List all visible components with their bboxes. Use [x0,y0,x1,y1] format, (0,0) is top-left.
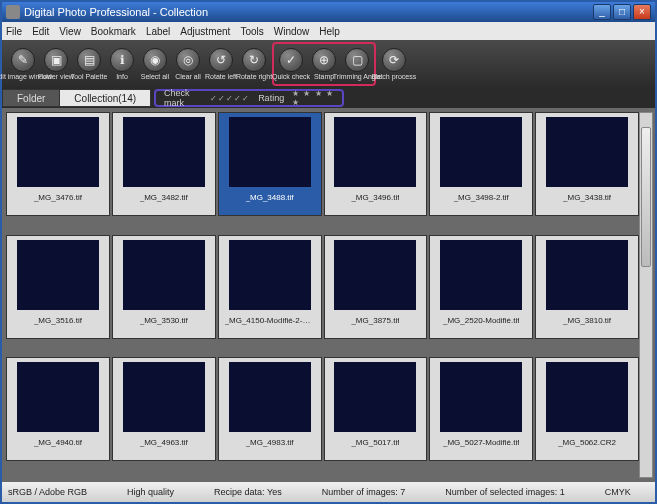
toolbar: ✎Edit image window▣Folder view▤Tool Pale… [2,40,655,88]
thumbnail-item[interactable]: _MG_2520-Modifié.tif [429,235,533,339]
close-button[interactable]: × [633,4,651,20]
thumbnail-filename: _MG_4940.tif [34,438,82,447]
thumbnail-filename: _MG_3498-2.tif [454,193,509,202]
thumbnail-filename: _MG_3810.tif [563,316,611,325]
toolbar-label: Tool Palette [71,73,108,80]
thumbnail-image [17,117,99,187]
thumbnail-item[interactable]: _MG_3476.tif [6,112,110,216]
menu-label[interactable]: Label [146,26,170,37]
thumbnail-item[interactable]: _MG_3438.tif [535,112,639,216]
menu-edit[interactable]: Edit [32,26,49,37]
menu-help[interactable]: Help [319,26,340,37]
status-image-count: Number of images: 7 [322,487,406,497]
rotate-right-button[interactable]: ↻Rotate right [239,46,269,82]
thumbnail-filename: _MG_3496.tif [351,193,399,202]
thumbnail-item[interactable]: _MG_3516.tif [6,235,110,339]
thumbnail-filename: _MG_4963.tif [140,438,188,447]
thumbnail-item[interactable]: _MG_5027-Modifié.tif [429,357,533,461]
thumbnail-item[interactable]: _MG_3810.tif [535,235,639,339]
clear-all-button[interactable]: ◎Clear all [173,46,203,82]
thumbnail-item[interactable]: _MG_3496.tif [324,112,428,216]
status-selected-count: Number of selected images: 1 [445,487,565,497]
tab-folder[interactable]: Folder [2,89,60,107]
toolbar-label: Stamp [314,73,334,80]
maximize-button[interactable]: □ [613,4,631,20]
menu-bookmark[interactable]: Bookmark [91,26,136,37]
toolbar-label: Select all [141,73,169,80]
thumbnail-image [440,240,522,310]
thumbnail-image [440,117,522,187]
batch-process-button[interactable]: ⟳Batch process [379,46,409,82]
thumbnail-item[interactable]: _MG_3488.tif [218,112,322,216]
menu-window[interactable]: Window [274,26,310,37]
thumbnail-image [123,240,205,310]
thumbnail-item[interactable]: _MG_5062.CR2 [535,357,639,461]
menu-tools[interactable]: Tools [240,26,263,37]
thumbnail-item[interactable]: _MG_4983.tif [218,357,322,461]
toolbar-label: Rotate left [205,73,237,80]
thumbnail-image [334,362,416,432]
thumbnail-image [229,117,311,187]
thumbnail-image [123,117,205,187]
thumbnail-image [123,362,205,432]
thumbnail-filename: _MG_3530.tif [140,316,188,325]
thumbnail-image [546,240,628,310]
thumbnail-filename: _MG_4150-Modifié-2-M... [225,316,315,325]
rating-filter-bar: Check mark ✓✓✓✓✓ Rating ★ ★ ★ ★ ★ [154,89,344,107]
stamp-icon: ⊕ [312,48,336,72]
highlighted-tool-group: ✓Quick check⊕Stamp▢Trimming Angle [272,42,376,86]
app-icon [6,5,20,19]
tool-palette-button[interactable]: ▤Tool Palette [74,46,104,82]
trimming-angle-button[interactable]: ▢Trimming Angle [342,46,372,82]
rating-stars[interactable]: ★ ★ ★ ★ ★ [292,89,334,107]
tab-collection[interactable]: Collection(14) [59,89,151,107]
quick-check-icon: ✓ [279,48,303,72]
tab-rating-bar: Folder Collection(14) Check mark ✓✓✓✓✓ R… [2,88,655,108]
thumbnail-image [334,240,416,310]
status-quality: High quality [127,487,174,497]
toolbar-label: Info [116,73,128,80]
menu-file[interactable]: File [6,26,22,37]
status-cmyk: CMYK [605,487,631,497]
rotate-left-icon: ↺ [209,48,233,72]
toolbar-label: Rotate right [236,73,272,80]
thumbnail-pane: _MG_3476.tif_MG_3482.tif_MG_3488.tif_MG_… [2,108,655,482]
trimming-angle-icon: ▢ [345,48,369,72]
toolbar-label: Folder view [38,73,74,80]
thumbnail-item[interactable]: _MG_4150-Modifié-2-M... [218,235,322,339]
thumbnail-item[interactable]: _MG_3482.tif [112,112,216,216]
folder-view-button[interactable]: ▣Folder view [41,46,71,82]
thumbnail-item[interactable]: _MG_3875.tif [324,235,428,339]
tool-palette-icon: ▤ [77,48,101,72]
edit-image-window-button[interactable]: ✎Edit image window [8,46,38,82]
clear-all-icon: ◎ [176,48,200,72]
batch-process-icon: ⟳ [382,48,406,72]
menu-view[interactable]: View [59,26,81,37]
scrollbar-handle[interactable] [641,127,651,267]
thumbnail-item[interactable]: _MG_4940.tif [6,357,110,461]
thumbnail-image [229,362,311,432]
toolbar-label: Quick check [272,73,310,80]
checkmark-icons[interactable]: ✓✓✓✓✓ [210,94,250,103]
thumbnail-item[interactable]: _MG_5017.tif [324,357,428,461]
thumbnail-image [546,117,628,187]
status-recipe: Recipe data: Yes [214,487,282,497]
thumbnail-filename: _MG_3482.tif [140,193,188,202]
menu-adjustment[interactable]: Adjustment [180,26,230,37]
thumbnail-filename: _MG_3476.tif [34,193,82,202]
toolbar-label: Batch process [372,73,416,80]
thumbnail-image [546,362,628,432]
app-window: Digital Photo Professional - Collection … [0,0,657,504]
quick-check-button[interactable]: ✓Quick check [276,46,306,82]
statusbar: sRGB / Adobe RGB High quality Recipe dat… [2,482,655,502]
select-all-button[interactable]: ◉Select all [140,46,170,82]
minimize-button[interactable]: _ [593,4,611,20]
scrollbar[interactable] [639,112,653,478]
thumbnail-filename: _MG_5017.tif [351,438,399,447]
rotate-left-button[interactable]: ↺Rotate left [206,46,236,82]
thumbnail-item[interactable]: _MG_3498-2.tif [429,112,533,216]
thumbnail-filename: _MG_2520-Modifié.tif [443,316,519,325]
thumbnail-item[interactable]: _MG_4963.tif [112,357,216,461]
thumbnail-item[interactable]: _MG_3530.tif [112,235,216,339]
info-button[interactable]: ℹInfo [107,46,137,82]
